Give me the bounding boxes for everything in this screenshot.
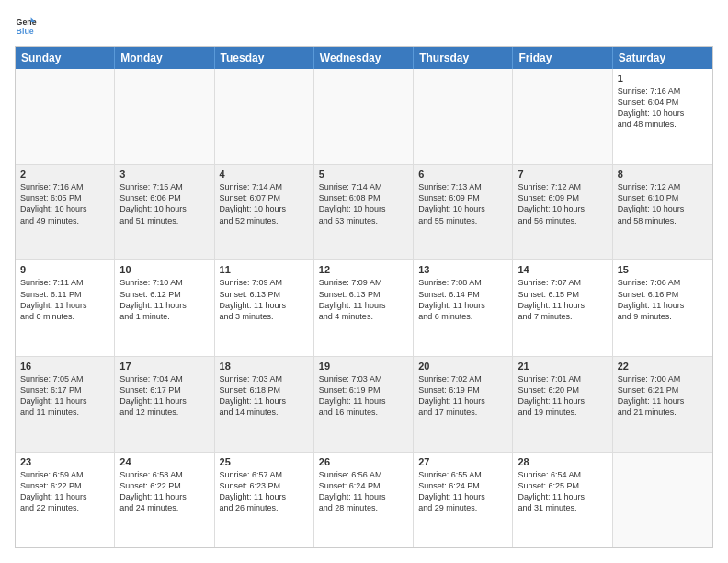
header-day-wednesday: Wednesday bbox=[314, 47, 414, 69]
cal-cell: 18Sunrise: 7:03 AM Sunset: 6:18 PM Dayli… bbox=[215, 357, 314, 452]
day-number: 13 bbox=[418, 264, 507, 275]
day-number: 9 bbox=[20, 264, 109, 275]
week-row-4: 23Sunrise: 6:59 AM Sunset: 6:22 PM Dayli… bbox=[16, 453, 712, 547]
calendar-header: SundayMondayTuesdayWednesdayThursdayFrid… bbox=[16, 47, 712, 69]
cal-cell: 13Sunrise: 7:08 AM Sunset: 6:14 PM Dayli… bbox=[414, 260, 513, 355]
day-number: 16 bbox=[20, 361, 109, 372]
day-info: Sunrise: 7:00 AM Sunset: 6:21 PM Dayligh… bbox=[618, 373, 708, 419]
cal-cell bbox=[414, 69, 513, 164]
day-info: Sunrise: 7:03 AM Sunset: 6:19 PM Dayligh… bbox=[319, 373, 408, 419]
day-info: Sunrise: 6:56 AM Sunset: 6:24 PM Dayligh… bbox=[319, 469, 408, 514]
day-number: 6 bbox=[418, 168, 507, 179]
cal-cell: 26Sunrise: 6:56 AM Sunset: 6:24 PM Dayli… bbox=[314, 453, 414, 547]
cal-cell bbox=[16, 69, 115, 164]
day-number: 27 bbox=[418, 456, 507, 467]
day-info: Sunrise: 7:10 AM Sunset: 6:12 PM Dayligh… bbox=[119, 277, 209, 322]
day-info: Sunrise: 6:59 AM Sunset: 6:22 PM Dayligh… bbox=[20, 469, 109, 514]
day-number: 1 bbox=[618, 73, 708, 84]
cal-cell: 11Sunrise: 7:09 AM Sunset: 6:13 PM Dayli… bbox=[215, 260, 314, 355]
day-info: Sunrise: 7:03 AM Sunset: 6:18 PM Dayligh… bbox=[220, 373, 309, 419]
cal-cell: 23Sunrise: 6:59 AM Sunset: 6:22 PM Dayli… bbox=[16, 453, 115, 547]
day-info: Sunrise: 7:07 AM Sunset: 6:15 PM Dayligh… bbox=[518, 277, 607, 322]
day-info: Sunrise: 7:14 AM Sunset: 6:07 PM Dayligh… bbox=[220, 181, 309, 226]
day-number: 24 bbox=[119, 456, 209, 467]
day-info: Sunrise: 7:11 AM Sunset: 6:11 PM Dayligh… bbox=[20, 277, 109, 322]
cal-cell: 24Sunrise: 6:58 AM Sunset: 6:22 PM Dayli… bbox=[115, 453, 214, 547]
day-number: 12 bbox=[319, 264, 408, 275]
cal-cell: 9Sunrise: 7:11 AM Sunset: 6:11 PM Daylig… bbox=[16, 260, 115, 355]
day-info: Sunrise: 6:54 AM Sunset: 6:25 PM Dayligh… bbox=[518, 469, 607, 514]
day-info: Sunrise: 7:16 AM Sunset: 6:04 PM Dayligh… bbox=[618, 86, 708, 131]
day-info: Sunrise: 7:09 AM Sunset: 6:13 PM Dayligh… bbox=[220, 277, 309, 322]
cal-cell bbox=[613, 453, 712, 547]
page: General Blue SundayMondayTuesdayWednesda… bbox=[0, 0, 728, 563]
day-number: 3 bbox=[119, 168, 209, 179]
day-info: Sunrise: 7:08 AM Sunset: 6:14 PM Dayligh… bbox=[418, 277, 507, 322]
day-info: Sunrise: 6:57 AM Sunset: 6:23 PM Dayligh… bbox=[220, 469, 309, 514]
day-number: 17 bbox=[119, 361, 209, 372]
day-number: 18 bbox=[220, 361, 309, 372]
day-number: 28 bbox=[518, 456, 607, 467]
header-day-friday: Friday bbox=[513, 47, 612, 69]
cal-cell: 16Sunrise: 7:05 AM Sunset: 6:17 PM Dayli… bbox=[16, 357, 115, 452]
svg-text:General: General bbox=[17, 17, 37, 27]
cal-cell: 25Sunrise: 6:57 AM Sunset: 6:23 PM Dayli… bbox=[215, 453, 314, 547]
header: General Blue bbox=[15, 15, 713, 37]
day-info: Sunrise: 6:55 AM Sunset: 6:24 PM Dayligh… bbox=[418, 469, 507, 514]
header-day-tuesday: Tuesday bbox=[215, 47, 314, 69]
day-number: 15 bbox=[618, 264, 708, 275]
day-info: Sunrise: 7:12 AM Sunset: 6:10 PM Dayligh… bbox=[618, 181, 708, 226]
header-day-sunday: Sunday bbox=[16, 47, 115, 69]
cal-cell: 19Sunrise: 7:03 AM Sunset: 6:19 PM Dayli… bbox=[314, 357, 414, 452]
day-number: 4 bbox=[220, 168, 309, 179]
day-number: 25 bbox=[220, 456, 309, 467]
day-number: 14 bbox=[518, 264, 607, 275]
cal-cell: 21Sunrise: 7:01 AM Sunset: 6:20 PM Dayli… bbox=[513, 357, 612, 452]
day-number: 19 bbox=[319, 361, 408, 372]
cal-cell: 6Sunrise: 7:13 AM Sunset: 6:09 PM Daylig… bbox=[414, 165, 513, 259]
calendar: SundayMondayTuesdayWednesdayThursdayFrid… bbox=[15, 46, 713, 548]
day-info: Sunrise: 7:06 AM Sunset: 6:16 PM Dayligh… bbox=[618, 277, 708, 322]
week-row-3: 16Sunrise: 7:05 AM Sunset: 6:17 PM Dayli… bbox=[16, 357, 712, 453]
day-info: Sunrise: 7:13 AM Sunset: 6:09 PM Dayligh… bbox=[418, 181, 507, 226]
day-number: 7 bbox=[518, 168, 607, 179]
day-number: 23 bbox=[20, 456, 109, 467]
cal-cell: 27Sunrise: 6:55 AM Sunset: 6:24 PM Dayli… bbox=[414, 453, 513, 547]
header-day-saturday: Saturday bbox=[613, 47, 712, 69]
week-row-2: 9Sunrise: 7:11 AM Sunset: 6:11 PM Daylig… bbox=[16, 260, 712, 356]
cal-cell: 4Sunrise: 7:14 AM Sunset: 6:07 PM Daylig… bbox=[215, 165, 314, 259]
cal-cell: 14Sunrise: 7:07 AM Sunset: 6:15 PM Dayli… bbox=[513, 260, 612, 355]
cal-cell: 2Sunrise: 7:16 AM Sunset: 6:05 PM Daylig… bbox=[16, 165, 115, 259]
cal-cell bbox=[314, 69, 414, 164]
cal-cell: 17Sunrise: 7:04 AM Sunset: 6:17 PM Dayli… bbox=[115, 357, 214, 452]
day-number: 11 bbox=[220, 264, 309, 275]
cal-cell: 3Sunrise: 7:15 AM Sunset: 6:06 PM Daylig… bbox=[115, 165, 214, 259]
cal-cell bbox=[115, 69, 214, 164]
day-number: 22 bbox=[618, 361, 708, 372]
cal-cell: 7Sunrise: 7:12 AM Sunset: 6:09 PM Daylig… bbox=[513, 165, 612, 259]
cal-cell: 10Sunrise: 7:10 AM Sunset: 6:12 PM Dayli… bbox=[115, 260, 214, 355]
day-info: Sunrise: 7:02 AM Sunset: 6:19 PM Dayligh… bbox=[418, 373, 507, 419]
day-info: Sunrise: 7:15 AM Sunset: 6:06 PM Dayligh… bbox=[119, 181, 209, 226]
cal-cell bbox=[215, 69, 314, 164]
week-row-1: 2Sunrise: 7:16 AM Sunset: 6:05 PM Daylig… bbox=[16, 165, 712, 260]
day-number: 21 bbox=[518, 361, 607, 372]
logo-icon: General Blue bbox=[15, 15, 37, 37]
day-number: 5 bbox=[319, 168, 408, 179]
day-info: Sunrise: 6:58 AM Sunset: 6:22 PM Dayligh… bbox=[119, 469, 209, 514]
day-info: Sunrise: 7:01 AM Sunset: 6:20 PM Dayligh… bbox=[518, 373, 607, 419]
day-number: 10 bbox=[119, 264, 209, 275]
cal-cell: 28Sunrise: 6:54 AM Sunset: 6:25 PM Dayli… bbox=[513, 453, 612, 547]
week-row-0: 1Sunrise: 7:16 AM Sunset: 6:04 PM Daylig… bbox=[16, 69, 712, 165]
cal-cell: 1Sunrise: 7:16 AM Sunset: 6:04 PM Daylig… bbox=[613, 69, 712, 164]
day-info: Sunrise: 7:16 AM Sunset: 6:05 PM Dayligh… bbox=[20, 181, 109, 226]
day-number: 26 bbox=[319, 456, 408, 467]
calendar-body: 1Sunrise: 7:16 AM Sunset: 6:04 PM Daylig… bbox=[16, 69, 712, 547]
day-info: Sunrise: 7:12 AM Sunset: 6:09 PM Dayligh… bbox=[518, 181, 607, 226]
day-info: Sunrise: 7:04 AM Sunset: 6:17 PM Dayligh… bbox=[119, 373, 209, 419]
header-day-monday: Monday bbox=[115, 47, 214, 69]
header-day-thursday: Thursday bbox=[414, 47, 513, 69]
day-number: 20 bbox=[418, 361, 507, 372]
day-info: Sunrise: 7:14 AM Sunset: 6:08 PM Dayligh… bbox=[319, 181, 408, 226]
day-number: 8 bbox=[618, 168, 708, 179]
